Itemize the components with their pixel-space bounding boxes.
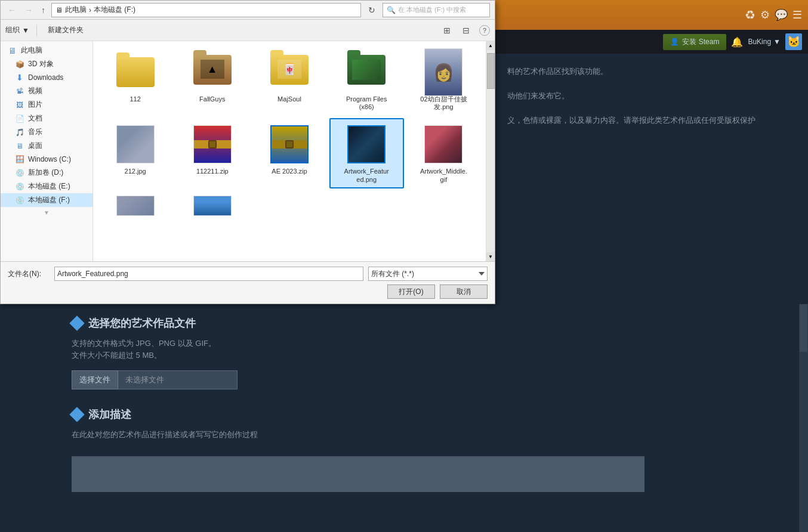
sidebar-desktop-label: 桌面 [28,141,42,151]
sidebar-scroll-indicator: ▼ [1,207,92,218]
folder-program-icon [347,55,386,89]
dialog-body: 🖥 此电脑 📦 3D 对象 ⬇ Downloads 📽 视频 🖼 图片 📄 [1,41,495,261]
file-input-row: 选择文件 未选择文件 [72,370,736,389]
sidebar-item-drive-f[interactable]: 💿 本地磁盘 (F:) [1,193,92,207]
video-icon: 📽 [15,86,24,96]
scroll-down-btn[interactable]: ▼ [486,252,495,261]
img-02-label: 02幼白甜千佳披发.png [420,95,467,111]
sidebar-item-documents[interactable]: 📄 文档 [1,112,92,125]
file-item-folder-program[interactable]: Program Files (x86) [329,46,404,116]
majsoul-thumb-icon: 🀄 [283,63,296,76]
scroll-up-btn[interactable]: ▲ [486,41,495,50]
side-text-3: 义，色情或裸露，以及暴力内容。请举报此类艺术作品或任何受版权保护 [507,115,787,127]
dialog-vscroll[interactable]: ▲ ▼ [486,41,495,261]
file-item-img-02[interactable]: 👩 02幼白甜千佳披发.png [406,46,481,116]
help-btn[interactable]: ? [479,25,490,36]
file-item-featured[interactable]: Artwork_Featured.png [329,118,404,188]
sidebar-item-music[interactable]: 🎵 音乐 [1,125,92,139]
dialog-bottom: 文件名(N): 所有文件 (*.*) 图片文件 PNG文件 (*.png) JP… [1,261,495,304]
nav-back-btn[interactable]: ← [5,4,18,16]
header-right-icons: ♻ ⚙ 💬 ☰ [745,8,802,22]
folder-majsoul-label: MajSoul [277,95,301,103]
install-steam-btn[interactable]: 👤 安装 Steam [663,34,726,50]
sidebar-drive-e-label: 本地磁盘 (E:) [28,181,70,191]
bell-icon: 🔔 [731,37,743,47]
username-label: BuKing [748,38,771,46]
avatar-icon: 🐱 [787,35,800,48]
section2-header: 添加描述 [72,407,736,422]
pc-icon: 🖥 [55,6,63,14]
file-item-middle[interactable]: Artwork_Middle.gif [406,118,481,188]
sidebar-item-downloads[interactable]: ⬇ Downloads [1,71,92,84]
featured-label: Artwork_Featured.png [343,168,390,183]
choose-file-btn[interactable]: 选择文件 [72,370,118,389]
header-icon3: ☰ [792,8,802,21]
search-placeholder: 在 本地磁盘 (F:) 中搜索 [398,5,466,14]
username-btn[interactable]: BuKing ▼ [748,38,781,46]
file-item-zip-ae[interactable]: AE 2023.zip [252,118,326,180]
user-avatar: 🐱 [785,33,802,50]
sidebar-item-desktop[interactable]: 🖥 桌面 [1,139,92,153]
drive-d-icon: 💿 [15,168,24,178]
toolbar-sep1 [36,24,37,36]
view-icon2: ⊟ [462,26,470,35]
view-btn2[interactable]: ⊟ [460,24,472,36]
sidebar-documents-label: 文档 [28,113,42,123]
file-item-zip-112211[interactable]: 112211.zip [175,118,249,180]
music-icon: 🎵 [15,128,24,137]
scroll-thumb [487,53,495,89]
windows-icon: 🪟 [15,154,24,164]
steam-logo-icon: ♻ [745,8,755,22]
description-textarea[interactable] [72,456,644,492]
nav-up-btn[interactable]: ↑ [39,4,48,16]
folder-112-icon-wrapper [114,51,157,94]
view-btn1[interactable]: ⊞ [441,24,453,36]
folder-112-icon [116,57,155,87]
file-item-img-212[interactable]: 212.jpg [98,118,172,180]
sidebar-item-pictures[interactable]: 🖼 图片 [1,98,92,112]
sidebar-item-drive-d[interactable]: 💿 新加卷 (D:) [1,166,92,180]
file-item-folder-112[interactable]: 112 [98,46,172,108]
dialog-files: 112 ▲ FallGuys [93,41,486,261]
file-item-folder-fallguys[interactable]: ▲ FallGuys [175,46,249,108]
sidebar-item-windows-c[interactable]: 🪟 Windows (C:) [1,153,92,166]
sidebar-item-videos[interactable]: 📽 视频 [1,84,92,98]
file-item-folder-majsoul[interactable]: 🀄 MajSoul [252,46,326,108]
partial2-thumb [193,196,232,216]
nav-forward-btn[interactable]: → [22,4,35,16]
address-drive: 本地磁盘 (F:) [94,5,135,15]
sidebar-item-3d[interactable]: 📦 3D 对象 [1,57,92,71]
sidebar-item-pc[interactable]: 🖥 此电脑 [1,44,92,57]
file-item-partial2[interactable] [175,191,249,221]
file-item-partial1[interactable] [98,191,172,221]
sidebar-item-drive-e[interactable]: 💿 本地磁盘 (E:) [1,180,92,193]
folder-majsoul-icon: 🀄 [270,55,309,89]
pc-icon: 🖥 [8,46,17,55]
choose-file-section: 选择您的艺术作品文件 支持的文件格式为 JPG、PNG 以及 GIF。 文件大小… [72,316,736,389]
img-02-icon-wrapper: 👩 [422,51,465,94]
folder-program-icon-wrapper [345,51,388,94]
refresh-btn[interactable]: ↻ [365,3,379,17]
organize-group[interactable]: 组织 ▼ [5,25,29,35]
new-folder-btn[interactable]: 新建文件夹 [44,24,87,36]
filename-input[interactable] [54,267,363,281]
filename-label: 文件名(N): [8,269,50,279]
document-icon: 📄 [15,114,24,123]
middle-thumb [424,125,462,163]
folder-fallguys-icon-wrapper: ▲ [191,51,234,94]
sidebar-music-label: 音乐 [28,127,42,137]
open-btn[interactable]: 打开(O) [387,284,435,299]
filetype-select[interactable]: 所有文件 (*.*) 图片文件 PNG文件 (*.png) JPG文件 (*.j… [368,267,488,281]
picture-icon: 🖼 [15,100,24,110]
folder-112-label: 112 [129,95,140,103]
section2-title: 添加描述 [88,407,131,422]
sidebar-scroll-arrow: ▼ [44,209,50,216]
add-description-section: 添加描述 在此处对您的艺术作品进行描述或者写写它的创作过程 [72,407,736,494]
main-scrollbar[interactable] [799,304,808,532]
img-212-label: 212.jpg [125,168,146,175]
cancel-btn[interactable]: 取消 [440,284,488,299]
zip-112211-icon-wrapper [191,123,234,166]
notification-bell-btn[interactable]: 🔔 [731,36,743,48]
help-icon: ? [483,27,486,34]
dialog-toolbar: 组织 ▼ 新建文件夹 ⊞ ⊟ ? [1,20,495,41]
